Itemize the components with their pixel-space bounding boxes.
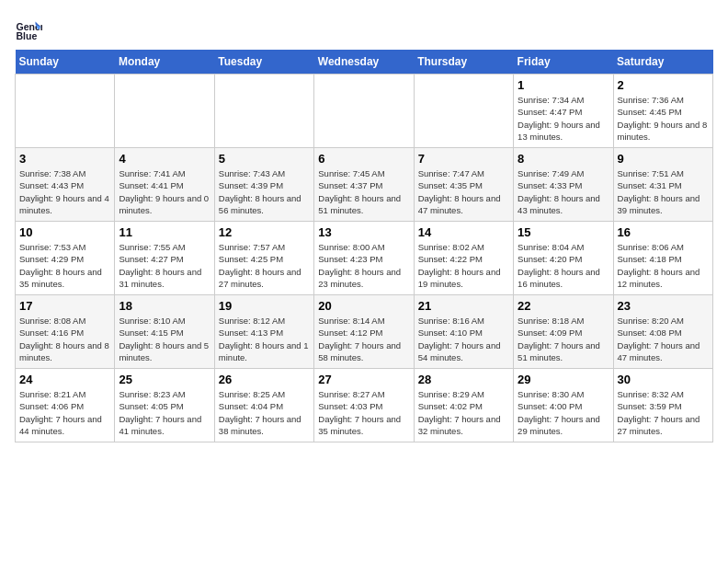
day-cell: 9Sunrise: 7:51 AM Sunset: 4:31 PM Daylig… <box>613 148 712 222</box>
day-number: 1 <box>518 78 609 92</box>
day-cell: 25Sunrise: 8:23 AM Sunset: 4:05 PM Dayli… <box>115 369 214 442</box>
day-cell <box>115 75 214 148</box>
day-number: 24 <box>19 373 110 386</box>
day-number: 20 <box>318 299 409 313</box>
day-cell: 14Sunrise: 8:02 AM Sunset: 4:22 PM Dayli… <box>414 222 513 295</box>
logo: General Blue <box>15 15 46 42</box>
day-info: Sunrise: 7:57 AM Sunset: 4:25 PM Dayligh… <box>219 241 310 290</box>
week-row-4: 17Sunrise: 8:08 AM Sunset: 4:16 PM Dayli… <box>16 295 713 369</box>
day-number: 15 <box>518 225 609 239</box>
day-info: Sunrise: 7:49 AM Sunset: 4:33 PM Dayligh… <box>518 167 609 216</box>
day-cell: 15Sunrise: 8:04 AM Sunset: 4:20 PM Dayli… <box>514 222 613 295</box>
day-cell: 19Sunrise: 8:12 AM Sunset: 4:13 PM Dayli… <box>214 295 313 369</box>
day-cell: 1Sunrise: 7:34 AM Sunset: 4:47 PM Daylig… <box>514 75 613 148</box>
day-number: 17 <box>19 299 110 313</box>
day-cell: 22Sunrise: 8:18 AM Sunset: 4:09 PM Dayli… <box>514 295 613 369</box>
day-info: Sunrise: 7:51 AM Sunset: 4:31 PM Dayligh… <box>618 167 709 216</box>
day-cell <box>314 75 414 148</box>
day-number: 14 <box>418 225 509 239</box>
day-info: Sunrise: 7:55 AM Sunset: 4:27 PM Dayligh… <box>119 241 210 290</box>
day-cell: 12Sunrise: 7:57 AM Sunset: 4:25 PM Dayli… <box>214 222 313 295</box>
day-info: Sunrise: 8:21 AM Sunset: 4:06 PM Dayligh… <box>19 388 110 437</box>
day-number: 2 <box>618 78 709 92</box>
day-info: Sunrise: 8:12 AM Sunset: 4:13 PM Dayligh… <box>219 315 310 363</box>
day-number: 25 <box>119 373 210 386</box>
day-cell: 17Sunrise: 8:08 AM Sunset: 4:16 PM Dayli… <box>16 295 115 369</box>
column-header-friday: Friday <box>514 50 613 75</box>
calendar-table: SundayMondayTuesdayWednesdayThursdayFrid… <box>15 50 713 442</box>
day-info: Sunrise: 8:20 AM Sunset: 4:08 PM Dayligh… <box>618 315 709 363</box>
day-cell: 26Sunrise: 8:25 AM Sunset: 4:04 PM Dayli… <box>214 369 313 442</box>
day-cell: 10Sunrise: 7:53 AM Sunset: 4:29 PM Dayli… <box>16 222 115 295</box>
day-cell <box>414 75 513 148</box>
day-number: 9 <box>618 152 709 166</box>
day-info: Sunrise: 8:18 AM Sunset: 4:09 PM Dayligh… <box>518 315 609 363</box>
day-number: 23 <box>618 299 709 313</box>
day-cell: 5Sunrise: 7:43 AM Sunset: 4:39 PM Daylig… <box>214 148 313 222</box>
day-info: Sunrise: 8:10 AM Sunset: 4:15 PM Dayligh… <box>119 315 210 363</box>
day-number: 3 <box>19 152 110 166</box>
day-number: 27 <box>318 373 409 386</box>
day-info: Sunrise: 8:00 AM Sunset: 4:23 PM Dayligh… <box>318 241 409 290</box>
day-number: 16 <box>618 225 709 239</box>
day-info: Sunrise: 7:34 AM Sunset: 4:47 PM Dayligh… <box>518 94 609 143</box>
day-info: Sunrise: 8:27 AM Sunset: 4:03 PM Dayligh… <box>318 388 409 437</box>
logo-icon: General Blue <box>15 15 42 42</box>
week-row-5: 24Sunrise: 8:21 AM Sunset: 4:06 PM Dayli… <box>16 369 713 442</box>
day-cell: 23Sunrise: 8:20 AM Sunset: 4:08 PM Dayli… <box>613 295 712 369</box>
week-row-2: 3Sunrise: 7:38 AM Sunset: 4:43 PM Daylig… <box>16 148 713 222</box>
day-cell: 4Sunrise: 7:41 AM Sunset: 4:41 PM Daylig… <box>115 148 214 222</box>
day-info: Sunrise: 7:36 AM Sunset: 4:45 PM Dayligh… <box>618 94 709 143</box>
day-number: 22 <box>518 299 609 313</box>
day-cell: 28Sunrise: 8:29 AM Sunset: 4:02 PM Dayli… <box>414 369 513 442</box>
day-number: 10 <box>19 225 110 239</box>
week-row-3: 10Sunrise: 7:53 AM Sunset: 4:29 PM Dayli… <box>16 222 713 295</box>
day-number: 6 <box>318 152 409 166</box>
day-cell: 27Sunrise: 8:27 AM Sunset: 4:03 PM Dayli… <box>314 369 414 442</box>
day-number: 4 <box>119 152 210 166</box>
day-number: 12 <box>219 225 310 239</box>
day-number: 5 <box>219 152 310 166</box>
day-cell: 21Sunrise: 8:16 AM Sunset: 4:10 PM Dayli… <box>414 295 513 369</box>
day-number: 19 <box>219 299 310 313</box>
day-cell: 16Sunrise: 8:06 AM Sunset: 4:18 PM Dayli… <box>613 222 712 295</box>
day-cell <box>16 75 115 148</box>
day-info: Sunrise: 7:43 AM Sunset: 4:39 PM Dayligh… <box>219 167 310 216</box>
day-cell: 18Sunrise: 8:10 AM Sunset: 4:15 PM Dayli… <box>115 295 214 369</box>
column-header-thursday: Thursday <box>414 50 513 75</box>
day-info: Sunrise: 8:25 AM Sunset: 4:04 PM Dayligh… <box>219 388 310 437</box>
day-cell: 24Sunrise: 8:21 AM Sunset: 4:06 PM Dayli… <box>16 369 115 442</box>
day-cell: 2Sunrise: 7:36 AM Sunset: 4:45 PM Daylig… <box>613 75 712 148</box>
day-number: 7 <box>418 152 509 166</box>
week-row-1: 1Sunrise: 7:34 AM Sunset: 4:47 PM Daylig… <box>16 75 713 148</box>
day-number: 8 <box>518 152 609 166</box>
column-header-monday: Monday <box>115 50 214 75</box>
day-info: Sunrise: 7:45 AM Sunset: 4:37 PM Dayligh… <box>318 167 409 216</box>
day-info: Sunrise: 8:30 AM Sunset: 4:00 PM Dayligh… <box>518 388 609 437</box>
day-info: Sunrise: 8:14 AM Sunset: 4:12 PM Dayligh… <box>318 315 409 363</box>
day-info: Sunrise: 8:02 AM Sunset: 4:22 PM Dayligh… <box>418 241 509 290</box>
day-number: 30 <box>618 373 709 386</box>
day-cell: 3Sunrise: 7:38 AM Sunset: 4:43 PM Daylig… <box>16 148 115 222</box>
day-info: Sunrise: 8:06 AM Sunset: 4:18 PM Dayligh… <box>618 241 709 290</box>
day-info: Sunrise: 8:04 AM Sunset: 4:20 PM Dayligh… <box>518 241 609 290</box>
day-cell: 6Sunrise: 7:45 AM Sunset: 4:37 PM Daylig… <box>314 148 414 222</box>
column-header-wednesday: Wednesday <box>314 50 414 75</box>
day-cell <box>214 75 313 148</box>
day-info: Sunrise: 7:53 AM Sunset: 4:29 PM Dayligh… <box>19 241 110 290</box>
day-info: Sunrise: 8:23 AM Sunset: 4:05 PM Dayligh… <box>119 388 210 437</box>
column-header-saturday: Saturday <box>613 50 712 75</box>
day-number: 18 <box>119 299 210 313</box>
day-number: 21 <box>418 299 509 313</box>
day-cell: 7Sunrise: 7:47 AM Sunset: 4:35 PM Daylig… <box>414 148 513 222</box>
day-number: 13 <box>318 225 409 239</box>
day-cell: 8Sunrise: 7:49 AM Sunset: 4:33 PM Daylig… <box>514 148 613 222</box>
day-number: 26 <box>219 373 310 386</box>
header-row: SundayMondayTuesdayWednesdayThursdayFrid… <box>16 50 713 75</box>
day-info: Sunrise: 8:16 AM Sunset: 4:10 PM Dayligh… <box>418 315 509 363</box>
day-cell: 29Sunrise: 8:30 AM Sunset: 4:00 PM Dayli… <box>514 369 613 442</box>
column-header-sunday: Sunday <box>16 50 115 75</box>
svg-text:Blue: Blue <box>17 30 38 41</box>
day-number: 29 <box>518 373 609 386</box>
day-cell: 20Sunrise: 8:14 AM Sunset: 4:12 PM Dayli… <box>314 295 414 369</box>
